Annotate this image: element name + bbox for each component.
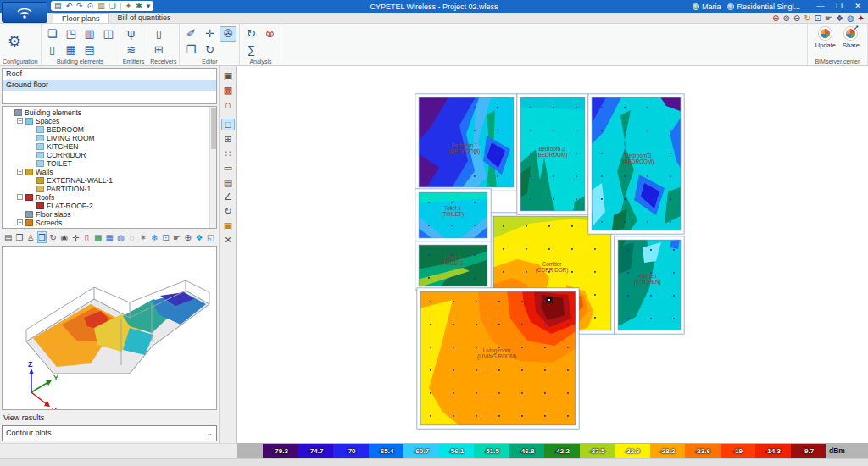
hide-icon[interactable]: ◌ [127, 231, 136, 243]
room-toilet1[interactable]: Toilet 1(TOILET) [417, 191, 489, 240]
angle-icon[interactable]: ∠ [221, 191, 235, 202]
tree-item-screed-1[interactable]: SCREED-1 [4, 227, 216, 229]
3d-preview[interactable]: Z Y X [2, 246, 217, 409]
column-button[interactable]: ▯ [44, 42, 61, 58]
floor-slab-button[interactable]: ▦ [63, 42, 80, 58]
tree-item-spaces[interactable]: −Spaces [4, 117, 216, 125]
tab-floor-plans[interactable]: Floor plans [53, 13, 109, 23]
eye-icon[interactable]: ◉ [59, 231, 69, 243]
grid-icon[interactable]: ⊞ [221, 133, 235, 145]
tree-item-screeds[interactable]: −Screeds [4, 219, 216, 227]
selection-box-icon[interactable]: □ [221, 119, 235, 130]
tree-item-kitchen[interactable]: KITCHEN [4, 142, 216, 151]
emitter-marker[interactable] [547, 297, 553, 303]
collapse-icon[interactable]: − [17, 169, 23, 175]
app-button[interactable] [2, 2, 47, 23]
ruler-icon[interactable]: ▭ [221, 162, 235, 174]
tree-item-building-elements[interactable]: Building elements [4, 108, 216, 117]
help-icon[interactable]: ✦ [858, 14, 865, 23]
collapse-icon[interactable]: − [17, 219, 23, 225]
tree-item-external-wall-1[interactable]: EXTERNAL-WALL-1 [4, 176, 216, 185]
zoom-all-icon[interactable]: ⊚ [782, 14, 789, 23]
zoom-scale-icon[interactable]: ⊡ [815, 14, 821, 23]
emitter-coverage-button[interactable]: ≋ [123, 42, 140, 58]
floor-item-ground-floor[interactable]: Ground floor [3, 80, 216, 91]
spaces-button[interactable]: ❏ [44, 26, 61, 42]
ortho-rotate-icon[interactable]: ↻ [221, 205, 235, 217]
layers-icon[interactable]: ▩ [221, 84, 235, 96]
object-snap-icon[interactable]: ∷ [221, 147, 235, 159]
emitter-button[interactable]: ψ [123, 26, 140, 42]
minimize-button[interactable]: — [812, 1, 829, 12]
zoom-window-3d-icon[interactable]: ⊡ [161, 231, 170, 243]
tools-icon[interactable]: ✕ [221, 234, 235, 246]
tree-scrollbar[interactable] [209, 107, 216, 228]
tree-item-roofs[interactable]: −Roofs [4, 193, 216, 202]
reference-icon[interactable]: ▣ [221, 219, 235, 231]
tree-item-flat-roof-2[interactable]: FLAT-ROOF-2 [4, 202, 216, 210]
effects-icon[interactable]: ✶ [138, 231, 147, 243]
web-icon[interactable]: ◍ [847, 14, 854, 23]
dimension-icon[interactable]: ▤ [221, 176, 235, 188]
tree-item-living-room[interactable]: LIVING ROOM [4, 134, 216, 142]
room-kitchen[interactable]: Kitchen(KITCHEN) [616, 238, 682, 332]
export-view-icon[interactable]: ❐ [14, 231, 24, 243]
user-chip[interactable]: Maria [693, 3, 721, 11]
collapse-icon[interactable]: − [17, 118, 23, 124]
roof-button[interactable]: ▤ [81, 42, 98, 58]
layer-green-icon[interactable]: ▩ [93, 231, 103, 243]
opening-button[interactable]: ◫ [100, 26, 117, 42]
erase-button[interactable]: ✐ [182, 26, 199, 42]
person-view-icon[interactable]: ♙ [26, 231, 36, 243]
room-toilet2[interactable]: Toilet 2(TOILET) [417, 243, 489, 288]
maximize-button[interactable]: ❐ [831, 1, 848, 12]
tree-item-toilet[interactable]: TOILET [4, 159, 216, 168]
move-button[interactable]: ✛ [201, 26, 218, 42]
orbit-icon[interactable]: ↻ [48, 231, 58, 243]
section-red-icon[interactable]: ▯ [82, 231, 92, 243]
configuration-button[interactable]: ⚙ [3, 25, 26, 58]
external-wall-button[interactable]: ◳ [63, 26, 80, 42]
update-button[interactable]: Update [815, 27, 836, 49]
tree-item-bedroom[interactable]: BEDROOM [4, 125, 216, 134]
tree-item-partition-1[interactable]: PARTITION-1 [4, 185, 216, 193]
tab-bill-of-quantities[interactable]: Bill of quantities [109, 13, 180, 23]
snowflake-icon[interactable]: ❄ [150, 231, 159, 243]
view-3d-button[interactable]: ✇ [220, 26, 236, 42]
room-bedroom1[interactable]: Bedroom 1(BEDROOM) [417, 96, 515, 189]
textures-icon[interactable]: ◍ [116, 231, 125, 243]
solid-view-icon[interactable]: ❒ [37, 231, 47, 243]
center-3d-icon[interactable]: ⊕ [183, 231, 192, 243]
update-results-button[interactable]: ↻ [242, 26, 259, 42]
export-3d-icon[interactable]: ◱ [206, 231, 215, 243]
fullscreen-3d-icon[interactable]: ❖ [194, 231, 203, 243]
tree-item-floor-slabs[interactable]: Floor slabs [4, 210, 216, 219]
partition-button[interactable]: ▥ [81, 26, 98, 42]
tree-item-walls[interactable]: −Walls [4, 168, 216, 176]
layer-blue-icon[interactable]: ▦ [104, 231, 114, 243]
share-button[interactable]: Share [843, 27, 860, 49]
redraw-icon[interactable]: ↻ [804, 14, 810, 23]
room-bedroom3[interactable]: Bedroom 3(BEDROOM) [590, 96, 682, 232]
room-livingroom[interactable]: Living room(LIVING ROOM) [419, 290, 577, 427]
tree-item-corridor[interactable]: CORRIDOR [4, 151, 216, 159]
pan-3d-icon[interactable]: ☛ [172, 231, 181, 243]
rotate-button[interactable]: ↻ [201, 42, 218, 58]
project-chip[interactable]: Residential Singl... [727, 3, 800, 11]
receiver-button[interactable]: ▯ [150, 26, 167, 42]
room-bedroom2[interactable]: Bedroom 2(BEDROOM) [519, 96, 587, 213]
floor-item-roof[interactable]: Roof [3, 69, 216, 80]
view-results-select[interactable]: Contour plots ⌄ [2, 425, 217, 441]
calculate-button[interactable]: ∑ [242, 42, 259, 58]
print-3d-icon[interactable]: ▤ [3, 231, 13, 243]
plan-canvas[interactable]: Corridor(CORRIDOR)Bedroom 1(BEDROOM)Bedr… [237, 66, 868, 443]
pan-icon[interactable]: ☛ [825, 14, 832, 23]
delete-results-button[interactable]: ⊗ [261, 26, 278, 42]
zoom-previous-icon[interactable]: ⊖ [793, 14, 800, 23]
collapse-icon[interactable]: − [17, 194, 23, 200]
close-button[interactable]: ✕ [849, 1, 866, 12]
receiver-grid-button[interactable]: ⊞ [150, 42, 167, 58]
copy-button[interactable]: ❐ [182, 42, 199, 58]
zoom-window-icon[interactable]: ⊕ [772, 14, 779, 23]
screens-icon[interactable]: ❖ [836, 14, 843, 23]
